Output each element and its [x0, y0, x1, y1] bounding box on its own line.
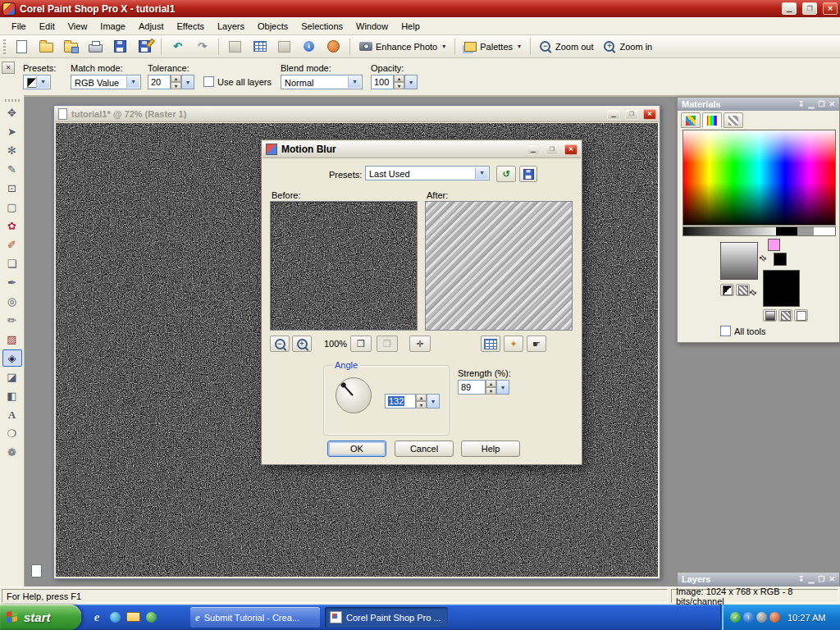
menu-help[interactable]: Help — [395, 19, 427, 34]
brush-tool[interactable]: ✐ — [2, 236, 22, 253]
zoom-in-button[interactable]: Zoom in — [599, 37, 657, 56]
document-close-button[interactable]: ✕ — [643, 109, 656, 120]
rainbow-tab[interactable] — [702, 112, 722, 128]
save-button[interactable] — [108, 37, 132, 56]
airbrush-tool[interactable]: ◎ — [2, 293, 22, 310]
greyscale-strip[interactable] — [682, 226, 836, 236]
navigate-button[interactable]: ✛ — [409, 336, 431, 352]
undo-button[interactable]: ↶ — [166, 37, 189, 56]
warp-brush-tool[interactable]: ▨ — [2, 331, 22, 348]
start-button[interactable]: start — [0, 605, 81, 630]
black-swatch[interactable] — [776, 227, 797, 235]
quick-launch-psp[interactable] — [143, 609, 159, 625]
tolerance-input[interactable]: 20 — [148, 75, 171, 89]
randomize-button[interactable]: ☛ — [527, 336, 546, 352]
all-tools-checkbox[interactable] — [720, 326, 731, 336]
dialog-close-button[interactable]: ✕ — [564, 144, 578, 155]
new-button[interactable] — [10, 37, 34, 56]
close-button[interactable]: ✕ — [823, 2, 838, 15]
angle-spinner[interactable] — [416, 394, 427, 409]
layers-pin-icon[interactable]: ↧ — [798, 575, 805, 583]
materials-restore-icon[interactable]: ❐ — [818, 100, 824, 108]
redo-button[interactable]: ↷ — [190, 37, 214, 56]
flood-fill-tool[interactable]: ◈ — [2, 349, 22, 367]
presets-dropdown-arrow[interactable] — [36, 76, 49, 88]
pen-tool[interactable]: ✏ — [2, 312, 22, 329]
enhance-photo-button[interactable]: Enhance Photo — [354, 37, 450, 56]
strength-input[interactable]: 89 — [458, 380, 486, 395]
mesh-warp-tool[interactable]: ❁ — [2, 444, 22, 461]
save-preset-button[interactable] — [519, 166, 537, 182]
fit-image-button[interactable]: ❒ — [350, 336, 372, 352]
materials-minimize-icon[interactable]: ▁ — [808, 100, 814, 108]
blend-mode-dropdown-arrow[interactable] — [348, 76, 361, 88]
restore-button[interactable]: ❐ — [802, 2, 817, 15]
menu-image[interactable]: Image — [94, 19, 132, 34]
image-info-button[interactable] — [297, 37, 321, 56]
preset-shape-tool[interactable]: ❍ — [2, 425, 22, 442]
after-preview[interactable] — [425, 201, 573, 331]
save-as-button[interactable] — [133, 37, 157, 56]
angle-dial[interactable] — [336, 377, 372, 413]
dropper-tool[interactable]: ✎ — [2, 161, 22, 178]
quick-launch-messenger[interactable] — [107, 609, 123, 625]
menu-objects[interactable]: Objects — [251, 19, 294, 34]
task-button-psp[interactable]: Corel Paint Shop Pro ... — [325, 607, 448, 628]
antivirus-tray-icon[interactable]: ✓ — [730, 612, 741, 623]
dialog-title-bar[interactable]: Motion Blur ▁ ❐ ✕ — [262, 141, 581, 158]
background-color-swatch[interactable] — [774, 253, 787, 266]
strength-spinner[interactable] — [486, 380, 496, 395]
print-button[interactable] — [84, 37, 107, 56]
crop-tool[interactable]: ⊡ — [2, 180, 22, 197]
frame-tab[interactable] — [681, 112, 701, 128]
quick-launch-ie[interactable]: e — [89, 609, 105, 625]
magic-wand-tool[interactable]: ✻ — [2, 142, 22, 159]
network-tray-icon[interactable]: i — [743, 612, 754, 623]
layers-minimize-icon[interactable]: ▁ — [808, 575, 814, 583]
volume-tray-icon[interactable] — [756, 612, 767, 623]
dialog-presets-select[interactable]: Last Used — [365, 166, 490, 180]
layers-restore-icon[interactable]: ❐ — [818, 575, 824, 583]
materials-close-icon[interactable]: ✕ — [829, 100, 835, 108]
opacity-spinner[interactable] — [394, 75, 404, 89]
white-swatch[interactable] — [814, 227, 835, 235]
task-button-browser[interactable]: e Submit Tutorial - Crea... — [190, 607, 320, 628]
updates-tray-icon[interactable] — [769, 612, 780, 623]
auto-size-button[interactable]: ❒ — [377, 336, 398, 352]
menu-layers[interactable]: Layers — [211, 19, 251, 34]
menu-view[interactable]: View — [62, 19, 94, 34]
makeover-tool[interactable]: ✿ — [2, 217, 22, 235]
foreground-style-button[interactable] — [720, 284, 734, 296]
background-texture-button[interactable] — [778, 309, 792, 322]
layers-close-icon[interactable]: ✕ — [829, 575, 835, 583]
transparent-button[interactable] — [794, 309, 808, 322]
ok-button[interactable]: OK — [327, 441, 386, 457]
proof-button[interactable] — [481, 336, 500, 352]
foreground-material-swatch[interactable] — [720, 242, 758, 280]
open-button[interactable] — [34, 37, 58, 56]
use-all-layers-row[interactable]: Use all layers — [203, 76, 272, 87]
dialog-minimize-button[interactable]: ▁ — [527, 144, 540, 155]
all-tools-row[interactable]: All tools — [720, 326, 766, 336]
menu-adjust[interactable]: Adjust — [132, 19, 171, 34]
clone-tool[interactable]: ❏ — [2, 255, 22, 272]
pick-tool[interactable]: ➤ — [2, 123, 22, 140]
scratch-remover-tool[interactable]: ✒ — [2, 274, 22, 291]
color-picker[interactable] — [682, 130, 836, 226]
match-mode-dropdown-arrow[interactable] — [126, 76, 139, 88]
document-maximize-button[interactable]: ❐ — [625, 109, 638, 120]
grid-view-button[interactable] — [248, 37, 272, 56]
menu-window[interactable]: Window — [349, 19, 395, 34]
opacity-slider-arrow[interactable] — [404, 75, 418, 89]
angle-input[interactable]: 132 — [385, 394, 416, 409]
grey-gradient[interactable] — [683, 227, 776, 235]
angle-meter-arrow[interactable] — [427, 394, 440, 409]
materials-header[interactable]: Materials ↧ ▁ ❐ ✕ — [678, 98, 839, 111]
use-all-layers-checkbox[interactable] — [203, 76, 214, 87]
text-tool[interactable]: A — [2, 406, 22, 423]
selection-tool[interactable]: ▢ — [2, 199, 22, 216]
menu-edit[interactable]: Edit — [33, 19, 62, 34]
palettes-button[interactable]: Palettes — [459, 37, 526, 56]
grey-swatch[interactable] — [797, 227, 814, 235]
help-button[interactable]: Help — [461, 441, 520, 457]
